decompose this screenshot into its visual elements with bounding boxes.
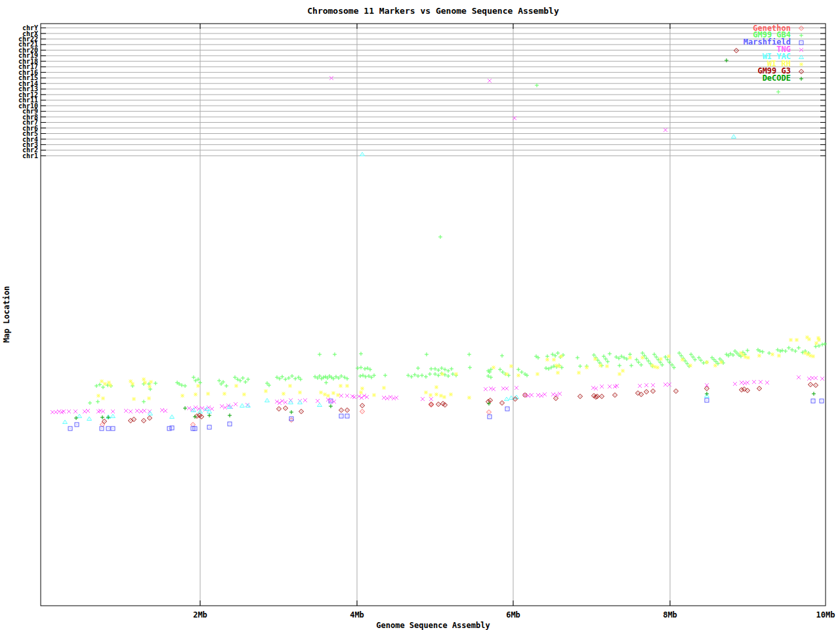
x-tick-4Mb: 4Mb xyxy=(337,610,377,620)
legend-item-decode: DeCODE xyxy=(620,75,817,83)
x-tick-8Mb: 8Mb xyxy=(650,610,690,620)
series-genethon xyxy=(100,403,492,427)
plot-area xyxy=(0,0,840,630)
plot-frame xyxy=(41,24,826,606)
y-axis-label: Map Location xyxy=(2,216,11,413)
x-axis-label: Genome Sequence Assembly xyxy=(41,621,826,630)
series-wi-rh xyxy=(96,335,821,401)
series-wi-yac xyxy=(63,135,736,424)
x-tick-6Mb: 6Mb xyxy=(494,610,533,620)
legend-label: DeCODE xyxy=(620,75,791,82)
chr-label-chr1: chr1 xyxy=(0,153,38,159)
legend-label: Marshfield xyxy=(620,39,791,46)
series-gm99-gb4 xyxy=(88,83,827,405)
legend-symbol-plus-icon xyxy=(796,75,807,83)
chart-canvas: Chromosome 11 Markers vs Genome Sequence… xyxy=(0,0,840,630)
x-tick-10Mb: 10Mb xyxy=(806,610,840,620)
series-gm99-g3 xyxy=(102,49,818,424)
mb-gridlines xyxy=(200,24,670,606)
x-tick-2Mb: 2Mb xyxy=(180,610,220,620)
legend-label: WI YAC xyxy=(620,53,791,60)
series-decode xyxy=(74,58,816,420)
chart-title: Chromosome 11 Markers vs Genome Sequence… xyxy=(41,6,826,16)
